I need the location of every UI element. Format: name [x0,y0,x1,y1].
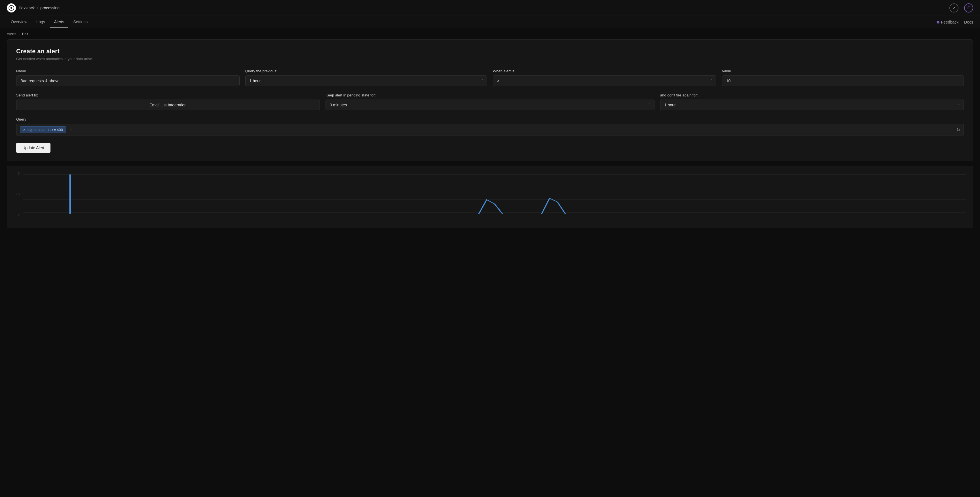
send-alert-label: Send alert to: [16,93,320,97]
query-previous-select[interactable]: 5 minutes 15 minutes 30 minutes 1 hour 6… [245,75,487,86]
query-label: Query [16,117,964,121]
query-tag: ✕ log.http.status >= 400 [20,126,66,133]
brand-name: flexstack [19,6,35,10]
keep-pending-wrapper: 0 minutes 5 minutes 15 minutes 30 minute… [326,100,654,110]
query-previous-label: Query the previous: [245,69,487,73]
when-alert-label: When alert is: [493,69,716,73]
form-group-dont-fire: and don't fire again for: 5 minutes 15 m… [660,93,964,110]
when-alert-select[interactable]: > >= < <= == [493,75,716,86]
form-group-send-alert: Send alert to: Email List Integration [16,93,320,110]
navtabs-right: Feedback Docs [937,20,973,24]
breadcrumb-separator: / [37,6,38,10]
form-card: Create an alert Get notified when anomal… [7,40,973,161]
feedback-link[interactable]: Feedback [937,20,958,24]
external-link-icon[interactable]: ↗ [950,3,958,13]
query-input-row: ✕ log.http.status >= 400 + ↻ [16,124,964,136]
value-label: Value [722,69,964,73]
topbar-right: ↗ F [950,3,973,13]
update-alert-button[interactable]: Update Alert [16,143,51,153]
topbar-brand: flexstack / processing [19,6,60,10]
topbar: flexstack / processing ↗ F [0,0,980,16]
feedback-icon[interactable]: F [964,3,973,13]
main-content: Create an alert Get notified when anomal… [0,40,980,235]
form-group-query-previous: Query the previous: 5 minutes 15 minutes… [245,69,487,86]
dont-fire-label: and don't fire again for: [660,93,964,97]
breadcrumb-chevron-icon: › [18,32,19,36]
keep-pending-select[interactable]: 0 minutes 5 minutes 15 minutes 30 minute… [326,100,654,110]
value-input[interactable] [722,75,964,86]
form-group-name: Name [16,69,240,86]
y-label-1.5: 1.5 [15,192,19,196]
chart-svg [23,172,966,222]
dont-fire-wrapper: 5 minutes 15 minutes 30 minutes 1 hour 6… [660,100,964,110]
name-label: Name [16,69,240,73]
tab-alerts[interactable]: Alerts [50,17,68,27]
chart-card: 2 1.5 1 [7,166,973,228]
tab-logs[interactable]: Logs [32,17,49,27]
query-tag-value: log.http.status >= 400 [27,127,63,132]
form-subtitle: Get notified when anomalies in your data… [16,57,964,61]
keep-pending-label: Keep alert in pending state for: [326,93,654,97]
dont-fire-select[interactable]: 5 minutes 15 minutes 30 minutes 1 hour 6… [660,100,964,110]
feedback-label: Feedback [941,20,958,24]
form-group-value: Value [722,69,964,86]
when-alert-wrapper: > >= < <= == ⌃ [493,75,716,86]
query-previous-wrapper: 5 minutes 15 minutes 30 minutes 1 hour 6… [245,75,487,86]
form-row-2: Send alert to: Email List Integration Ke… [16,93,964,110]
breadcrumb-parent[interactable]: Alerts [7,32,16,36]
logo [7,3,16,13]
email-list-integration-button[interactable]: Email List Integration [16,100,320,110]
query-section: Query ✕ log.http.status >= 400 + ↻ [16,117,964,136]
page-name: processing [40,6,60,10]
form-title: Create an alert [16,48,964,55]
y-label-2: 2 [18,172,19,175]
breadcrumb-current: Edit [22,32,29,36]
nav-tabs: Overview Logs Alerts Settings Feedback D… [0,16,980,29]
form-group-when-alert: When alert is: > >= < <= == ⌃ [493,69,716,86]
feedback-dot-icon [937,21,939,24]
name-input[interactable] [16,75,240,86]
y-label-1: 1 [18,213,19,217]
breadcrumb: Alerts › Edit [0,29,980,40]
chart-y-labels: 2 1.5 1 [14,172,22,217]
form-group-keep-pending: Keep alert in pending state for: 0 minut… [326,93,654,110]
form-row-1: Name Query the previous: 5 minutes 15 mi… [16,69,964,86]
tab-overview[interactable]: Overview [7,17,31,27]
query-add-button[interactable]: + [68,127,74,132]
docs-link[interactable]: Docs [964,20,973,24]
query-tag-close-icon[interactable]: ✕ [23,128,26,132]
query-refresh-button[interactable]: ↻ [956,127,960,132]
chart-container: 2 1.5 1 [14,172,966,222]
tab-settings[interactable]: Settings [70,17,92,27]
